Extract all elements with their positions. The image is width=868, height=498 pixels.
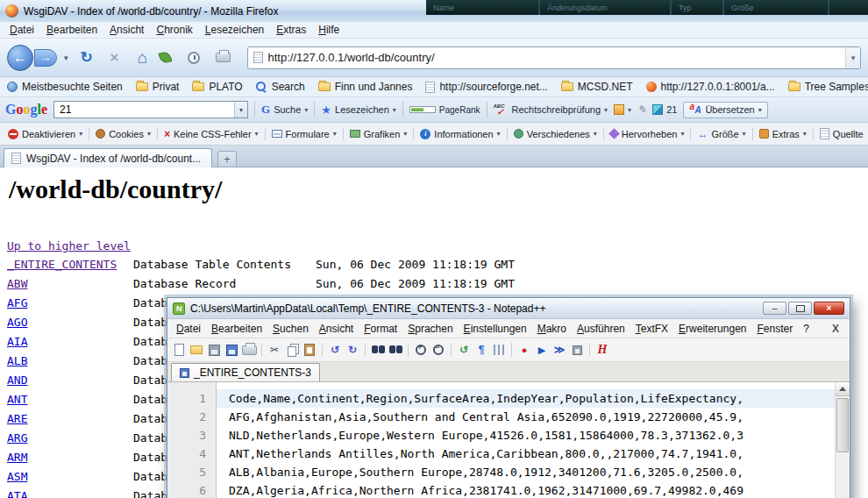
url-text[interactable]: http://127.0.0.1/world-db/country/ bbox=[268, 51, 840, 64]
bookmark-sourceforge[interactable]: http://sourceforge.net... bbox=[425, 81, 547, 93]
google-search-input[interactable]: 21 ▾ bbox=[53, 101, 248, 118]
record-macro-icon[interactable]: ● bbox=[516, 342, 532, 358]
close-document-x[interactable]: X bbox=[825, 323, 846, 335]
entry-link[interactable]: ARM bbox=[7, 451, 27, 464]
webdev-hervorheben[interactable]: Hervorheben▾ bbox=[608, 129, 687, 139]
pagerank-widget[interactable]: PageRank bbox=[409, 105, 480, 115]
stop-button[interactable]: × bbox=[103, 49, 126, 67]
google-search-button[interactable]: G Suche ▾ bbox=[261, 103, 308, 117]
print-icon[interactable] bbox=[241, 342, 257, 358]
close-button[interactable]: × bbox=[814, 302, 844, 315]
bookmark-plato[interactable]: PLATO bbox=[192, 81, 242, 93]
npp-menu-help[interactable]: ? bbox=[798, 322, 815, 336]
code-line-row[interactable]: 1Code,Name,Continent,Region,SurfaceArea,… bbox=[167, 389, 835, 408]
forward-button[interactable]: → bbox=[34, 49, 57, 67]
maximize-button[interactable] bbox=[788, 302, 812, 315]
entry-link[interactable]: AGO bbox=[7, 316, 27, 329]
webdev-informationen[interactable]: iInformationen▾ bbox=[417, 129, 502, 139]
webdev-extras[interactable]: Extras▾ bbox=[757, 129, 809, 139]
sidewiki-button[interactable] bbox=[637, 103, 646, 116]
entry-link[interactable]: AFG bbox=[7, 296, 27, 309]
greasemonkey-icon[interactable] bbox=[160, 52, 182, 63]
webdev-cookies[interactable]: Cookies▾ bbox=[93, 129, 153, 139]
menu-hilfe[interactable]: Hilfe bbox=[312, 23, 345, 37]
save-icon[interactable] bbox=[206, 342, 222, 358]
menu-datei[interactable]: Datei bbox=[4, 23, 40, 37]
npp-menu-format[interactable]: Format bbox=[359, 322, 402, 336]
bookmark-privat[interactable]: Privat bbox=[136, 81, 180, 93]
menu-bearbeiten[interactable]: Bearbeiten bbox=[40, 23, 103, 37]
paste-icon[interactable] bbox=[302, 342, 317, 358]
translate-button[interactable]: Übersetzen ▾ bbox=[683, 102, 767, 118]
textfx-icon[interactable]: H bbox=[594, 342, 610, 358]
copy-icon[interactable] bbox=[284, 342, 300, 358]
bookmark-localhost-8001[interactable]: http://127.0.0.1:8001/a... bbox=[646, 81, 775, 93]
npp-menu-fenster[interactable]: Fenster bbox=[751, 322, 798, 336]
chevron-down-icon[interactable]: ▾ bbox=[234, 102, 247, 117]
indent-guide-icon[interactable] bbox=[491, 342, 507, 358]
entry-link[interactable]: ABW bbox=[7, 277, 27, 290]
run-macro-multiple-icon[interactable]: ≫ bbox=[551, 342, 567, 358]
menu-chronik[interactable]: Chronik bbox=[150, 23, 198, 37]
back-button[interactable]: ← bbox=[7, 45, 33, 71]
entry-link[interactable]: ATA bbox=[7, 489, 27, 498]
show-symbols-icon[interactable]: ¶ bbox=[473, 342, 489, 358]
code-line-row[interactable]: 2AFG,Afghanistan,Asia,Southern and Centr… bbox=[167, 408, 835, 426]
menu-ansicht[interactable]: Ansicht bbox=[103, 23, 150, 37]
entry-link[interactable]: ARE bbox=[7, 412, 27, 425]
entry-link[interactable]: AND bbox=[7, 374, 27, 387]
entry-link[interactable]: ALB bbox=[7, 354, 27, 367]
webdev-groesse[interactable]: ↔Größe▾ bbox=[694, 128, 748, 140]
bookmark-tree-samples[interactable]: Tree Samples bbox=[788, 81, 868, 93]
replace-icon[interactable] bbox=[388, 342, 403, 358]
url-bar[interactable]: http://127.0.0.1/world-db/country/ ▾ bbox=[247, 46, 861, 69]
webdev-quelltext[interactable]: Quellte bbox=[817, 128, 866, 139]
npp-menu-datei[interactable]: Datei bbox=[171, 322, 206, 336]
npp-menu-textfx[interactable]: TextFX bbox=[630, 322, 673, 336]
npp-menu-makro[interactable]: Makro bbox=[532, 322, 572, 336]
zoom-in-icon[interactable] bbox=[413, 342, 429, 358]
editor-area[interactable]: 1Code,Name,Continent,Region,SurfaceArea,… bbox=[167, 382, 850, 498]
entry-link[interactable]: _ENTIRE_CONTENTS bbox=[7, 258, 117, 271]
code-line-row[interactable]: 5ALB,Albania,Europe,Southern Europe,2874… bbox=[167, 463, 835, 481]
google-search-value[interactable]: 21 bbox=[54, 103, 234, 116]
save-macro-icon[interactable] bbox=[569, 342, 585, 358]
entry-link[interactable]: AIA bbox=[7, 335, 27, 348]
scrollbar-thumb[interactable] bbox=[836, 398, 849, 452]
new-file-icon[interactable] bbox=[171, 342, 187, 358]
menu-lesezeichen[interactable]: Lesezeichen bbox=[199, 23, 270, 37]
highlighter-button[interactable]: 21 bbox=[652, 104, 677, 115]
minimize-button[interactable]: – bbox=[763, 302, 786, 315]
bookmark-mcsd[interactable]: MCSD.NET bbox=[561, 81, 633, 93]
undo-icon[interactable]: ↺ bbox=[327, 342, 343, 358]
scroll-up-arrow[interactable] bbox=[836, 382, 850, 396]
zoom-out-icon[interactable] bbox=[430, 342, 446, 358]
redo-icon[interactable]: ↻ bbox=[345, 342, 360, 358]
npp-menu-erweiterungen[interactable]: Erweiterungen bbox=[673, 322, 751, 336]
webdev-deaktivieren[interactable]: Deaktivieren▾ bbox=[5, 129, 85, 139]
clock-icon[interactable] bbox=[188, 52, 210, 64]
notepadpp-titlebar[interactable]: C:\Users\Martin\AppData\Local\Temp\_ENTI… bbox=[167, 298, 850, 319]
code-line-row[interactable]: 3NLD,Netherlands,Europe,Western Europe,4… bbox=[167, 426, 835, 445]
webdev-verschiedenes[interactable]: Verschiedenes▾ bbox=[511, 129, 600, 139]
play-macro-icon[interactable]: ▶ bbox=[534, 342, 550, 358]
menu-extras[interactable]: Extras bbox=[270, 23, 312, 37]
npp-menu-ansicht[interactable]: Ansicht bbox=[314, 322, 359, 336]
code-line-row[interactable]: 6DZA,Algeria,Africa,Northern Africa,2381… bbox=[167, 481, 835, 498]
sync-icon[interactable]: ↺ bbox=[456, 342, 472, 358]
npp-menu-sprachen[interactable]: Sprachen bbox=[402, 322, 458, 336]
url-dropdown-icon[interactable]: ▾ bbox=[845, 47, 860, 68]
webdev-formulare[interactable]: Formulare▾ bbox=[269, 129, 339, 139]
find-icon[interactable] bbox=[370, 342, 386, 358]
document-tab[interactable]: _ENTIRE_CONTENTS-3 bbox=[171, 363, 320, 381]
vertical-scrollbar[interactable] bbox=[835, 382, 850, 498]
open-folder-icon[interactable] bbox=[189, 342, 204, 358]
webdev-css-errors[interactable]: ×Keine CSS-Fehler▾ bbox=[161, 128, 261, 140]
up-to-higher-level-link[interactable]: Up to higher level bbox=[7, 239, 131, 253]
entry-link[interactable]: ARG bbox=[7, 431, 27, 445]
bookmark-most-visited[interactable]: Meistbesuchte Seiten bbox=[7, 81, 123, 93]
bookmark-search[interactable]: Search bbox=[256, 81, 305, 93]
webdev-grafiken[interactable]: Grafiken▾ bbox=[347, 129, 410, 139]
new-tab-button[interactable]: + bbox=[217, 151, 237, 167]
entry-link[interactable]: ASM bbox=[7, 470, 27, 483]
